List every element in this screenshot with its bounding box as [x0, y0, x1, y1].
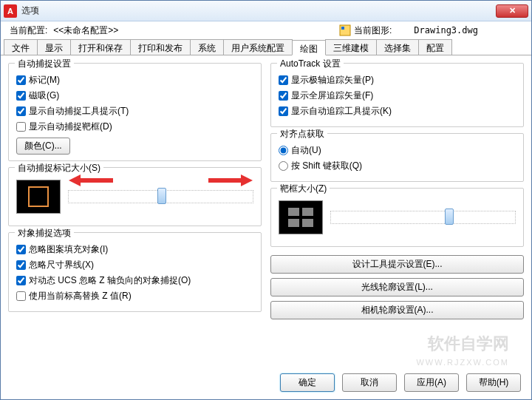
legend-osnap-options: 对象捕捉选项 — [15, 227, 74, 240]
options-dialog: A 选项 ✕ 当前配置: <<未命名配置>> 当前图形: Drawing3.dw… — [0, 0, 532, 400]
dialog-buttons: 确定 取消 应用(A) 帮助(H) — [280, 373, 521, 392]
tab-用户系统配置[interactable]: 用户系统配置 — [223, 39, 293, 55]
help-button[interactable]: 帮助(H) — [466, 373, 521, 392]
apply-button[interactable]: 应用(A) — [404, 373, 459, 392]
label-replace-z: 使用当前标高替换 Z 值(R) — [29, 290, 132, 302]
tab-打印和发布[interactable]: 打印和发布 — [130, 39, 191, 55]
current-profile-label: 当前配置: — [10, 24, 47, 37]
current-drawing-name: Drawing3.dwg — [414, 25, 478, 35]
group-autotrack-settings: AutoTrack 设置 显示极轴追踪矢量(P) 显示全屏追踪矢量(F) 显示自… — [270, 63, 524, 127]
label-autosnap-tooltip: 显示自动捕捉工具提示(T) — [29, 105, 129, 118]
legend-marker-size: 自动捕捉标记大小(S) — [15, 162, 103, 174]
settings-buttons: 设计工具提示设置(E)... 光线轮廓设置(L)... 相机轮廓设置(A)... — [270, 253, 524, 322]
radio-auto-acquire[interactable] — [279, 146, 288, 155]
tab-系统[interactable]: 系统 — [190, 39, 224, 55]
tab-打开和保存[interactable]: 打开和保存 — [70, 39, 131, 55]
color-button[interactable]: 颜色(C)... — [16, 138, 70, 155]
design-tooltip-settings-button[interactable]: 设计工具提示设置(E)... — [270, 255, 524, 274]
tab-文件[interactable]: 文件 — [4, 39, 38, 55]
checkbox-magnet[interactable] — [16, 91, 26, 101]
tab-选择集[interactable]: 选择集 — [376, 39, 419, 55]
right-column: AutoTrack 设置 显示极轴追踪矢量(P) 显示全屏追踪矢量(F) 显示自… — [270, 63, 524, 359]
group-autosnap-settings: 自动捕捉设置 标记(M) 磁吸(G) 显示自动捕捉工具提示(T) 显示自动捕捉靶… — [8, 63, 262, 161]
tab-显示[interactable]: 显示 — [37, 39, 71, 55]
marker-size-thumb[interactable] — [157, 188, 166, 204]
current-drawing-label: 当前图形: — [354, 24, 392, 37]
label-magnet: 磁吸(G) — [29, 89, 59, 102]
light-outline-settings-button[interactable]: 光线轮廓设置(L)... — [270, 278, 524, 296]
checkbox-ignore-dim-ext[interactable] — [16, 260, 26, 270]
svg-rect-1 — [341, 27, 344, 30]
group-marker-size: 自动捕捉标记大小(S) — [8, 167, 262, 226]
label-shift-acquire: 按 Shift 键获取(Q) — [291, 160, 362, 172]
marker-preview — [16, 180, 61, 214]
arrow-left-icon — [69, 173, 113, 188]
checkbox-autotrack-tooltip[interactable] — [279, 106, 288, 116]
legend-autosnap: 自动捕捉设置 — [15, 58, 74, 70]
label-ignore-dim-ext: 忽略尺寸界线(X) — [29, 259, 94, 271]
camera-outline-settings-button[interactable]: 相机轮廓设置(A)... — [270, 301, 524, 319]
label-marker: 标记(M) — [29, 74, 60, 87]
window-title: 选项 — [21, 4, 39, 17]
aperture-size-thumb[interactable] — [445, 209, 454, 225]
tab-content: 自动捕捉设置 标记(M) 磁吸(G) 显示自动捕捉工具提示(T) 显示自动捕捉靶… — [1, 55, 531, 366]
current-profile-name: <<未命名配置>> — [53, 24, 118, 37]
label-polar-vector: 显示极轴追踪矢量(P) — [291, 74, 374, 87]
label-dyn-ucs-neg-z: 对动态 UCS 忽略 Z 轴负向的对象捕捉(O) — [29, 274, 191, 287]
label-autotrack-tooltip: 显示自动追踪工具提示(K) — [291, 105, 392, 118]
svg-marker-2 — [69, 174, 113, 186]
legend-align-point: 对齐点获取 — [277, 128, 327, 140]
drawing-icon — [339, 24, 351, 36]
group-osnap-options: 对象捕捉选项 忽略图案填充对象(I) 忽略尺寸界线(X) 对动态 UCS 忽略 … — [8, 232, 262, 312]
tab-配置[interactable]: 配置 — [418, 39, 452, 55]
checkbox-marker[interactable] — [16, 75, 26, 85]
legend-autotrack: AutoTrack 设置 — [277, 58, 344, 70]
checkbox-autosnap-tooltip[interactable] — [16, 106, 26, 116]
titlebar: A 选项 ✕ — [1, 1, 531, 21]
app-icon: A — [4, 4, 17, 18]
group-align-point-acquire: 对齐点获取 自动(U) 按 Shift 键获取(Q) — [270, 133, 524, 182]
marker-size-slider[interactable] — [68, 190, 253, 203]
legend-aperture-size: 靶框大小(Z) — [277, 183, 330, 195]
group-aperture-size: 靶框大小(Z) — [270, 188, 524, 247]
aperture-preview — [279, 200, 323, 234]
checkbox-dyn-ucs-neg-z[interactable] — [16, 276, 26, 285]
profile-row: 当前配置: <<未命名配置>> 当前图形: Drawing3.dwg — [1, 21, 531, 39]
aperture-size-slider[interactable] — [330, 211, 516, 224]
tab-绘图[interactable]: 绘图 — [292, 40, 326, 55]
label-auto-acquire: 自动(U) — [291, 144, 321, 157]
svg-marker-3 — [208, 174, 253, 186]
label-autosnap-aperture-box: 显示自动捕捉靶框(D) — [29, 121, 112, 133]
left-column: 自动捕捉设置 标记(M) 磁吸(G) 显示自动捕捉工具提示(T) 显示自动捕捉靶… — [8, 63, 262, 359]
checkbox-fullscreen-vector[interactable] — [279, 91, 288, 101]
checkbox-polar-vector[interactable] — [279, 75, 288, 85]
label-ignore-hatch: 忽略图案填充对象(I) — [29, 243, 108, 256]
checkbox-autosnap-aperture-box[interactable] — [16, 122, 26, 132]
tab-三维建模[interactable]: 三维建模 — [325, 39, 377, 55]
checkbox-replace-z[interactable] — [16, 291, 26, 301]
ok-button[interactable]: 确定 — [280, 373, 335, 392]
arrow-right-icon — [208, 173, 253, 188]
tab-strip: 文件显示打开和保存打印和发布系统用户系统配置绘图三维建模选择集配置 — [1, 39, 531, 55]
cancel-button[interactable]: 取消 — [342, 373, 397, 392]
close-button[interactable]: ✕ — [496, 4, 528, 18]
checkbox-ignore-hatch[interactable] — [16, 245, 26, 254]
label-fullscreen-vector: 显示全屏追踪矢量(F) — [291, 89, 373, 102]
radio-shift-acquire[interactable] — [279, 161, 288, 171]
